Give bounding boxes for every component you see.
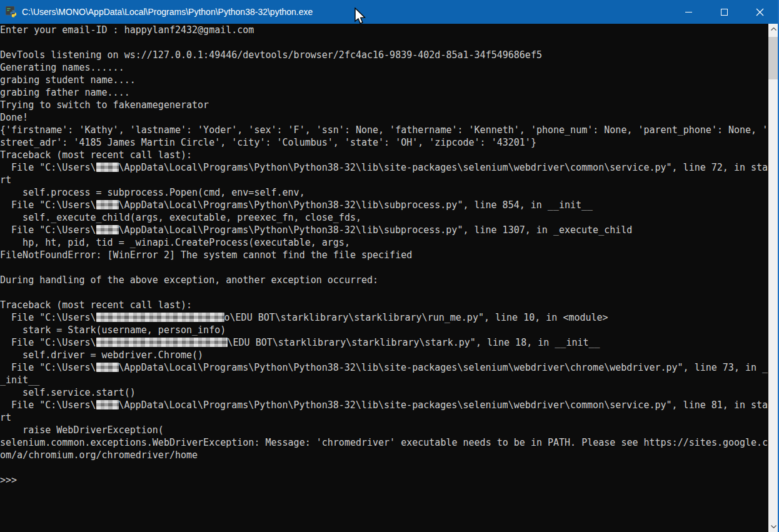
console-line: stark = Stark(username, person_info)	[0, 324, 768, 336]
console-line: >>>	[0, 474, 768, 486]
redacted-text	[96, 225, 119, 234]
minimize-icon	[685, 12, 692, 13]
maximize-button[interactable]	[706, 0, 742, 24]
python-console-icon[interactable]	[6, 6, 17, 18]
console-line: File "C:\Users\\AppData\Local\Programs\P…	[0, 224, 768, 236]
redacted-text	[96, 338, 228, 347]
redacted-text	[96, 313, 224, 322]
redacted-text	[96, 200, 119, 209]
console-line: grabing student name....	[0, 74, 768, 86]
chevron-up-icon	[771, 28, 776, 31]
console-line: rt	[0, 411, 768, 424]
console-line: {'firstname': 'Kathy', 'lastname': 'Yode…	[0, 124, 768, 136]
console-line: self.service.start()	[0, 386, 768, 399]
console-line	[0, 261, 768, 274]
close-icon	[756, 8, 764, 16]
console-line: rt	[0, 174, 768, 186]
console-line: Trying to switch to fakenamegenerator	[0, 99, 768, 111]
console-line: hp, ht, pid, tid = _winapi.CreateProcess…	[0, 236, 768, 249]
console-line: Traceback (most recent call last):	[0, 149, 768, 161]
console-line	[0, 36, 768, 49]
console-line: Done!	[0, 111, 768, 124]
console-line: File "C:\Users\\AppData\Local\Programs\P…	[0, 361, 768, 374]
console-line: Generating names......	[0, 61, 768, 74]
console-line: selenium.common.exceptions.WebDriverExce…	[0, 436, 768, 449]
console-output[interactable]: Enter your email-ID : happylanf2432@gmai…	[0, 24, 768, 532]
window-title: C:\Users\MONO\AppData\Local\Programs\Pyt…	[22, 7, 671, 17]
close-button[interactable]	[742, 0, 778, 24]
console-line: File "C:\Users\o\EDU BOT\starklibrary\st…	[0, 311, 768, 324]
console-line: FileNotFoundError: [WinError 2] The syst…	[0, 249, 768, 261]
console-line: Enter your email-ID : happylanf2432@gmai…	[0, 24, 768, 36]
console-line: self._execute_child(args, executable, pr…	[0, 211, 768, 224]
console-line	[0, 461, 768, 474]
console-line: self.driver = webdriver.Chrome()	[0, 349, 768, 361]
console-line: grabing father name....	[0, 86, 768, 99]
titlebar: C:\Users\MONO\AppData\Local\Programs\Pyt…	[0, 0, 779, 24]
console-line: File "C:\Users\\AppData\Local\Programs\P…	[0, 399, 768, 411]
console-line: Traceback (most recent call last):	[0, 299, 768, 311]
console-line: _init__	[0, 374, 768, 386]
redacted-text	[96, 400, 119, 409]
maximize-icon	[721, 9, 728, 16]
console-line: File "C:\Users\\AppData\Local\Programs\P…	[0, 161, 768, 174]
console-line: raise WebDriverException(	[0, 424, 768, 436]
window-controls	[671, 0, 778, 24]
console-window: C:\Users\MONO\AppData\Local\Programs\Pyt…	[0, 0, 779, 532]
console-line: om/a/chromium.org/chromedriver/home	[0, 449, 768, 461]
console-line: File "C:\Users\\EDU BOT\starklibrary\sta…	[0, 336, 768, 349]
console-line: DevTools listening on ws://127.0.0.1:494…	[0, 49, 768, 61]
console-line	[0, 286, 768, 299]
console-line: self.process = subprocess.Popen(cmd, env…	[0, 186, 768, 199]
chevron-down-icon	[771, 525, 776, 528]
redacted-text	[96, 163, 119, 172]
console-line: File "C:\Users\\AppData\Local\Programs\P…	[0, 199, 768, 211]
redacted-text	[96, 363, 119, 372]
console-line: street_adr': '4185 James Martin Circle',…	[0, 136, 768, 149]
console-line: During handling of the above exception, …	[0, 274, 768, 286]
minimize-button[interactable]	[671, 0, 706, 24]
